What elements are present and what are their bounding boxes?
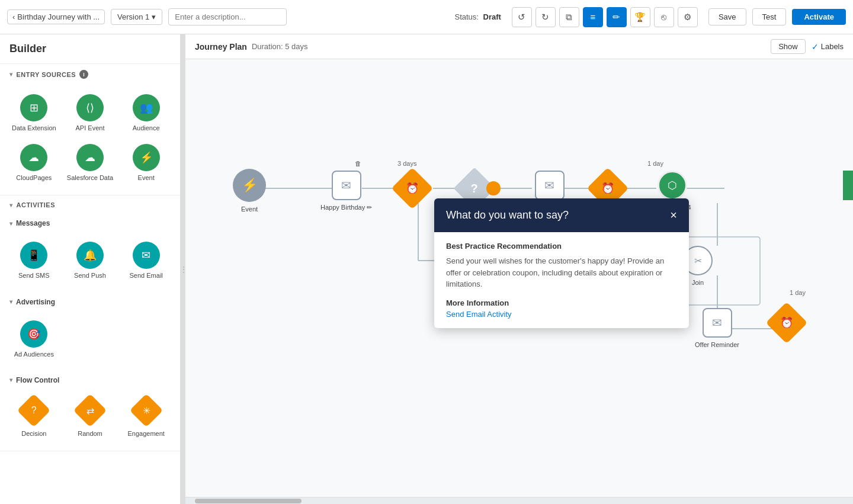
advertising-header[interactable]: ▾ Advertising <box>0 293 180 311</box>
labels-label: Labels <box>821 42 844 51</box>
advertising-chevron-icon: ▾ <box>9 298 12 305</box>
timer4-icon: ⏰ <box>766 302 808 344</box>
ad-audiences-item[interactable]: 🎯 Ad Audiences <box>7 316 61 363</box>
api-event-icon: ⟨⟩ <box>76 94 104 121</box>
flow-control-label: Flow Control <box>16 376 59 384</box>
top-bar: ‹ Birthday Journey with ... Version 1 ▾ … <box>0 0 853 34</box>
resize-handle[interactable]: ⋮ <box>181 34 185 504</box>
salesforce-data-icon: ☁ <box>76 144 104 171</box>
tooltip-rec-text: Send your well wishes for the customer's… <box>446 255 677 290</box>
toolbar-icons: ↺ ↻ ⧉ ≡ ✏ 🏆 ⎋ ⚙ <box>512 7 698 27</box>
tooltip-body: Best Practice Recommendation Send your w… <box>434 232 689 328</box>
event-source-item[interactable]: ⚡ Event <box>119 139 173 187</box>
labels-toggle[interactable]: ✓ Labels <box>812 42 844 52</box>
canvas-inner: 3 days 1 day 1 day 1 day ⚡ Event 🗑 ✉ Hap… <box>209 77 853 432</box>
send-push-icon: 🔔 <box>76 242 104 269</box>
main-layout: Builder ▾ ENTRY SOURCES i ⊞ Data Extensi… <box>0 34 853 504</box>
engagement-icon: ✳ <box>129 393 163 427</box>
event-label: Event <box>241 206 258 213</box>
copy-button[interactable]: ⧉ <box>559 7 579 27</box>
activate-button[interactable]: Activate <box>792 9 846 25</box>
tooltip-header: What do you want to say? × <box>434 198 689 232</box>
tooltip-more-label: More Information <box>446 298 677 307</box>
sidebar-title: Builder <box>0 34 180 64</box>
join-dot-icon <box>486 181 501 195</box>
export-button[interactable]: ⎋ <box>654 7 674 27</box>
data-extension-icon: ⊞ <box>20 94 47 121</box>
activities-label: ACTIVITIES <box>17 201 56 208</box>
exit2-bar-icon <box>843 171 853 200</box>
flow-control-header[interactable]: ▾ Flow Control <box>0 371 180 389</box>
tooltip-title: What do you want to say? <box>446 209 569 221</box>
happy-birthday-icon: ✉ <box>332 171 361 200</box>
salesforce-data-item[interactable]: ☁ Salesforce Data <box>63 139 117 187</box>
day-label-3days: 3 days <box>397 160 416 167</box>
day-label-1day-bot: 1 day <box>790 289 806 296</box>
messages-header[interactable]: ▾ Messages <box>0 214 180 232</box>
offer-reminder-node[interactable]: ✉ Offer Reminder <box>695 308 739 348</box>
offer-reminder-label: Offer Reminder <box>695 341 739 348</box>
journey-plan-title: Journey Plan <box>195 42 247 52</box>
ad-audiences-icon: 🎯 <box>20 320 47 348</box>
entry-chevron-icon: ▾ <box>9 71 13 78</box>
messages-grid: 📱 Send SMS 🔔 Send Push ✉ Send Email <box>0 232 180 293</box>
send-sms-item[interactable]: 📱 Send SMS <box>7 237 61 284</box>
trophy-button[interactable]: 🏆 <box>630 7 650 27</box>
entry-sources-header[interactable]: ▾ ENTRY SOURCES i <box>0 64 180 85</box>
api-event-item[interactable]: ⟨⟩ API Event <box>63 89 117 137</box>
timer1-node[interactable]: ⏰ <box>397 174 427 203</box>
timer1-icon: ⏰ <box>392 168 434 210</box>
engagement-item[interactable]: ✳ Engagement <box>119 394 173 442</box>
entry-sources-label: ENTRY SOURCES <box>17 71 76 78</box>
horizontal-scrollbar[interactable] <box>195 499 302 503</box>
delete-icon[interactable]: 🗑 <box>355 160 361 167</box>
cloudpages-icon: ☁ <box>20 144 47 171</box>
redo-button[interactable]: ↻ <box>535 7 556 27</box>
audience-item[interactable]: 👥 Audience <box>119 89 173 137</box>
undo-button[interactable]: ↺ <box>512 7 532 27</box>
cloudpages-item[interactable]: ☁ CloudPages <box>7 139 61 187</box>
tooltip-popup: What do you want to say? × Best Practice… <box>434 198 689 328</box>
info-icon[interactable]: i <box>79 70 88 79</box>
tooltip-rec-title: Best Practice Recommendation <box>446 242 677 251</box>
back-icon: ‹ <box>12 12 15 21</box>
sidebar: Builder ▾ ENTRY SOURCES i ⊞ Data Extensi… <box>0 34 181 504</box>
tooltip-link[interactable]: Send Email Activity <box>446 310 512 319</box>
offer-redemption-icon: ✉ <box>535 171 565 200</box>
send-email-item[interactable]: ✉ Send Email <box>119 237 173 284</box>
send-sms-icon: 📱 <box>20 242 47 269</box>
join2-label: Join <box>692 279 704 286</box>
filter-button[interactable]: ≡ <box>583 7 603 27</box>
edit-button[interactable]: ✏ <box>607 7 627 27</box>
decision-item[interactable]: ? Decision <box>7 394 61 442</box>
event-node[interactable]: ⚡ Event <box>233 169 266 213</box>
edit-pencil-icon[interactable]: ✏ <box>367 204 372 211</box>
activities-section: ▾ ACTIVITIES ▾ Messages 📱 Send SMS 🔔 Sen… <box>0 195 180 451</box>
canvas[interactable]: 3 days 1 day 1 day 1 day ⚡ Event 🗑 ✉ Hap… <box>185 59 853 497</box>
event-source-icon: ⚡ <box>133 144 160 171</box>
random-item[interactable]: ⇄ Random <box>63 394 117 442</box>
decision-icon: ? <box>17 393 51 427</box>
show-button[interactable]: Show <box>771 39 806 54</box>
back-button[interactable]: ‹ Birthday Journey with ... <box>7 9 105 24</box>
version-dropdown[interactable]: Version 1 ▾ <box>111 9 162 25</box>
canvas-area: Journey Plan Duration: 5 days Show ✓ Lab… <box>185 34 853 504</box>
audience-icon: 👥 <box>133 94 160 121</box>
tooltip-close-button[interactable]: × <box>670 209 677 221</box>
timer4-node[interactable]: ⏰ <box>772 308 801 338</box>
save-button[interactable]: Save <box>708 8 746 25</box>
test-button[interactable]: Test <box>752 8 787 25</box>
activities-header[interactable]: ▾ ACTIVITIES <box>0 195 180 214</box>
canvas-header: Journey Plan Duration: 5 days Show ✓ Lab… <box>185 34 853 59</box>
send-email-icon: ✉ <box>133 242 160 269</box>
advertising-label: Advertising <box>16 298 55 306</box>
messages-label: Messages <box>16 219 50 227</box>
data-extension-item[interactable]: ⊞ Data Extension <box>7 89 61 137</box>
settings-button[interactable]: ⚙ <box>678 7 698 27</box>
happy-birthday-node[interactable]: 🗑 ✉ Happy Birthday ✏ <box>320 171 372 211</box>
check-icon: ✓ <box>812 42 819 52</box>
send-push-item[interactable]: 🔔 Send Push <box>63 237 117 284</box>
description-input[interactable] <box>168 8 287 25</box>
exit2-node <box>843 171 853 200</box>
messages-chevron-icon: ▾ <box>9 220 12 227</box>
